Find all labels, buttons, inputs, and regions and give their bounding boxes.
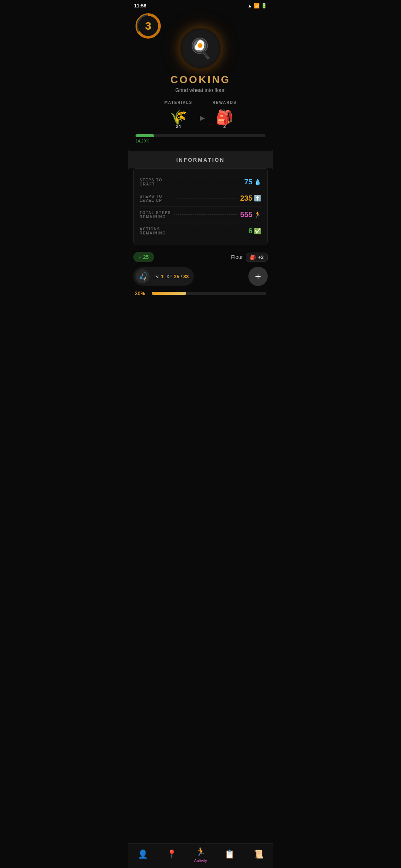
status-bar: 11:56 ▲ 📶 🔋 (128, 0, 273, 10)
skill-icon: 🍳 (189, 37, 213, 60)
battery-icon: 🔋 (261, 3, 267, 9)
level-badge: 3 (136, 13, 161, 39)
rewards-count: 2 (223, 124, 226, 129)
steps-to-craft-label: STEPS TO CRAFT (140, 178, 173, 186)
reward-item-badge: 🎒 +2 (246, 253, 268, 262)
steps-levelup-icon: ⬆️ (254, 195, 261, 202)
materials-count: 24 (176, 124, 181, 129)
character-row: 🎣 Lvl 1 XP 25 / 83 + (133, 267, 268, 286)
reward-item-icon: 🎒 (250, 254, 256, 260)
total-steps-label: TOTAL STEPS REMAINING (140, 211, 171, 219)
char-stats: Lvl 1 XP 25 / 83 (153, 274, 189, 279)
reward-row: + 25 Flour 🎒 +2 (133, 252, 268, 262)
steps-to-craft-value: 75 💧 (244, 178, 261, 186)
status-icons: ▲ 📶 🔋 (247, 3, 267, 9)
char-avatar: 🎣 (136, 269, 150, 283)
actions-remaining-value: 6 ✅ (248, 227, 261, 235)
progress-bar-fill (136, 134, 154, 137)
info-banner: INFORMATION (128, 151, 273, 168)
materials-icon-box: 🌾 24 (168, 107, 189, 128)
skill-title: COOKING (128, 74, 273, 86)
dots-1 (176, 182, 241, 182)
progress-bar-bg (136, 134, 265, 137)
reward-items: Flour 🎒 +2 (231, 253, 268, 262)
craft-section: MATERIALS 🌾 24 ▶ REWARDS 🎒 2 (128, 101, 273, 128)
steps-to-craft-row: STEPS TO CRAFT 75 💧 (140, 174, 261, 190)
progress-section: 14.29% (136, 134, 265, 143)
steps-to-levelup-value: 235 ⬆️ (240, 194, 261, 203)
rewards-icon: 🎒 (216, 110, 233, 124)
total-steps-icon: 🏃 (254, 211, 261, 218)
info-card: STEPS TO CRAFT 75 💧 STEPS TO LEVEL UP 23… (133, 168, 268, 244)
materials-col: MATERIALS 🌾 24 (164, 101, 193, 128)
total-steps-row: TOTAL STEPS REMAINING 555 🏃 (140, 207, 261, 223)
actions-remaining-label: ACTIONS REMAINING (140, 227, 174, 235)
skill-subtitle: Grind wheat into flour. (128, 87, 273, 93)
add-button[interactable]: + (248, 267, 268, 286)
xp-bar-row: 30% (133, 290, 268, 296)
xp-bar-bg (152, 292, 266, 295)
reward-label: Flour (231, 254, 243, 260)
dots-3 (174, 214, 237, 215)
dots-4 (177, 231, 245, 231)
materials-icon: 🌾 (170, 110, 187, 124)
actions-remaining-icon: ✅ (254, 227, 261, 234)
progress-label: 14.29% (136, 139, 265, 143)
actions-remaining-row: ACTIONS REMAINING 6 ✅ (140, 223, 261, 239)
char-info-pill[interactable]: 🎣 Lvl 1 XP 25 / 83 (133, 267, 194, 286)
level-value: 3 (138, 16, 158, 36)
xp-badge: + 25 (133, 252, 154, 262)
total-steps-value: 555 🏃 (240, 210, 261, 219)
steps-to-levelup-row: STEPS TO LEVEL UP 235 ⬆️ (140, 190, 261, 207)
rewards-col: REWARDS 🎒 2 (212, 101, 237, 128)
info-banner-title: INFORMATION (176, 157, 225, 163)
reward-item-count: +2 (258, 254, 264, 260)
time: 11:56 (134, 3, 146, 9)
dots-2 (174, 198, 237, 198)
arrow-icon: ▶ (200, 114, 205, 122)
rewards-label: REWARDS (212, 101, 237, 105)
rewards-icon-box: 🎒 2 (214, 107, 235, 128)
action-area: + 25 Flour 🎒 +2 🎣 Lvl 1 XP 25 / 83 + 30% (133, 252, 268, 296)
wifi-icon: ▲ (247, 3, 252, 9)
xp-percent: 30% (135, 290, 148, 296)
xp-bar-fill (152, 292, 186, 295)
skill-icon-circle: 🍳 (180, 28, 221, 69)
steps-craft-icon: 💧 (254, 178, 261, 185)
signal-icon: 📶 (254, 3, 260, 9)
materials-label: MATERIALS (164, 101, 193, 105)
steps-to-levelup-label: STEPS TO LEVEL UP (140, 194, 171, 203)
